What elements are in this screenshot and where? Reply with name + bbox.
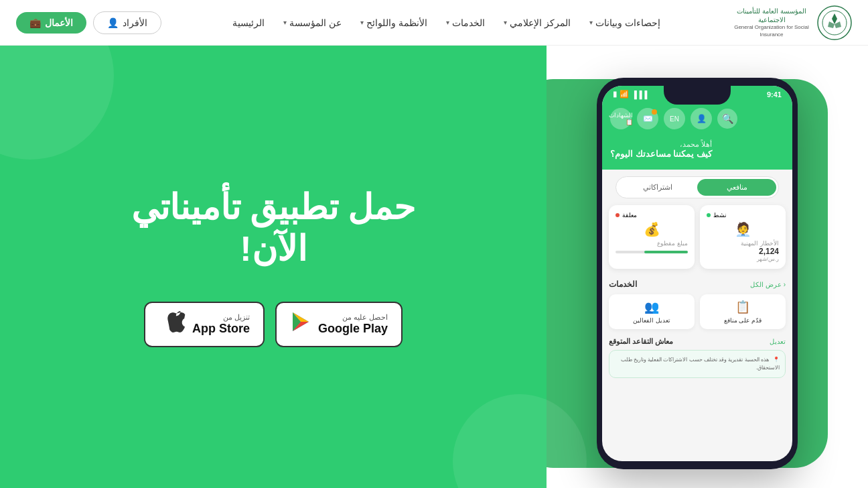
retirement-edit[interactable]: تعديل — [770, 338, 786, 345]
welcome-main: كيف يمكننا مساعدتك اليوم؟ — [610, 149, 712, 159]
phone-services: ‹ عرض الكل الخدمات 📋 قدّم على منافع 👥 تع… — [602, 276, 792, 333]
phone-cards: نشط 🧑‍💼 الأخطار المهنية 2,124 ر.س/شهر مع… — [602, 198, 792, 276]
service-faalen[interactable]: 👥 تعديل الفعالين — [609, 294, 695, 329]
progress-fill — [644, 251, 688, 253]
logo-icon — [817, 5, 852, 40]
services-title: الخدمات — [609, 280, 637, 289]
app-store-button[interactable]: تنزيل من App Store — [144, 302, 265, 347]
logo-arabic-text: المؤسسة العامة للتأمينات الاجتماعية — [731, 7, 812, 24]
progress-bar — [616, 251, 688, 253]
services-link[interactable]: ‹ عرض الكل — [750, 281, 786, 288]
phone-mockup: 9:41 ▐▐▐ 📶 ▮ 🔍 👤 EN ✉️ الشهادات 📋 — [597, 78, 798, 469]
app-store-text: تنزيل من App Store — [192, 313, 250, 336]
card-mablagh: معلقة 💰 مبلغ مقطوع — [609, 205, 695, 269]
card-akhtar: نشط 🧑‍💼 الأخطار المهنية 2,124 ر.س/شهر — [700, 205, 786, 269]
google-play-text: احصل عليه من Google Play — [318, 313, 388, 336]
nav-item-ihsaat[interactable]: إحصاءات وبيانات ▾ — [581, 12, 668, 34]
phone-notch — [664, 86, 731, 105]
chevron-down-icon: ▾ — [589, 19, 593, 26]
retirement-header: تعديل معاش التقاعد المتوقع — [609, 337, 786, 346]
card1-status: نشط — [707, 212, 779, 219]
battery-icon: ▮ — [613, 90, 617, 99]
hero-cta: حمل تطبيق تأميناتي الآن! احصل عليه من Go… — [0, 46, 547, 488]
nav-item-khadamat[interactable]: الخدمات ▾ — [438, 12, 493, 34]
person-icon: 👤 — [107, 17, 119, 28]
card1-icon: 🧑‍💼 — [707, 221, 779, 237]
nav-item-home[interactable]: الرئيسية — [224, 12, 273, 34]
active-dot — [707, 213, 711, 217]
services-grid: 📋 قدّم على منافع 👥 تعديل الفعالين — [609, 294, 786, 329]
service-manafei[interactable]: 📋 قدّم على منافع — [700, 294, 786, 329]
nav-item-markazz[interactable]: المركز الإعلامي ▾ — [496, 12, 579, 34]
service2-label: تعديل الفعالين — [614, 317, 689, 324]
phone-cert-icon[interactable]: الشهادات 📋 — [610, 108, 632, 129]
app-store-name: App Store — [192, 322, 250, 336]
service1-label: قدّم على منافع — [705, 317, 780, 324]
card1-unit: ر.س/شهر — [707, 256, 779, 262]
phone-welcome: أهلاً محمد، كيف يمكننا مساعدتك اليوم؟ — [602, 135, 792, 170]
nav-item-anizma[interactable]: الأنظمة واللوائح ▾ — [352, 12, 435, 34]
chevron-down-icon: ▾ — [283, 19, 287, 26]
phone-mail-icon[interactable]: ✉️ — [637, 108, 658, 129]
phone-retirement: تعديل معاش التقاعد المتوقع 📍 هذه الحسبة … — [602, 333, 792, 382]
phone-area: 9:41 ▐▐▐ 📶 ▮ 🔍 👤 EN ✉️ الشهادات 📋 — [547, 46, 868, 488]
tab-manafei[interactable]: منافعي — [697, 179, 776, 196]
chevron-down-icon: ▾ — [446, 19, 449, 26]
status-icons: ▐▐▐ 📶 ▮ — [613, 90, 647, 99]
service1-icon: 📋 — [705, 300, 780, 314]
phone-top-nav: 🔍 👤 EN ✉️ الشهادات 📋 — [602, 103, 792, 135]
hero-section: 9:41 ▐▐▐ 📶 ▮ 🔍 👤 EN ✉️ الشهادات 📋 — [0, 46, 868, 488]
briefcase-icon: 💼 — [29, 17, 41, 28]
phone-profile-icon[interactable]: 👤 — [691, 108, 712, 129]
header-actions: الأفراد 👤 الأعمال 💼 — [16, 11, 161, 34]
apple-icon — [167, 311, 186, 338]
card1-value: 2,124 — [707, 247, 779, 256]
main-nav: إحصاءات وبيانات ▾ المركز الإعلامي ▾ الخد… — [224, 12, 668, 34]
card1-label: الأخطار المهنية — [707, 240, 779, 247]
services-header: ‹ عرض الكل الخدمات — [609, 280, 786, 289]
store-buttons: احصل عليه من Google Play تنزيل من App — [144, 302, 403, 347]
phone-tabs: منافعي اشتراكاتي — [616, 176, 779, 198]
phone-lang-icon[interactable]: EN — [664, 108, 685, 129]
logo-area: المؤسسة العامة للتأمينات الاجتماعية Gene… — [731, 5, 852, 40]
phone-screen: 9:41 ▐▐▐ 📶 ▮ 🔍 👤 EN ✉️ الشهادات 📋 — [602, 86, 792, 461]
chevron-down-icon: ▾ — [504, 19, 507, 26]
welcome-sub: أهلاً محمد، — [610, 140, 712, 149]
chevron-down-icon: ▾ — [360, 19, 364, 26]
app-store-sub: تنزيل من — [192, 313, 250, 322]
card2-status: معلقة — [616, 212, 688, 219]
card2-icon: 💰 — [616, 221, 688, 237]
location-icon: 📍 — [773, 356, 780, 364]
wifi-icon: 📶 — [620, 90, 629, 99]
google-play-name: Google Play — [318, 322, 388, 336]
google-play-button[interactable]: احصل عليه من Google Play — [275, 302, 403, 347]
nav-item-an[interactable]: عن المؤسسة ▾ — [275, 12, 350, 34]
status-time: 9:41 — [767, 90, 782, 99]
card2-label: مبلغ مقطوع — [616, 240, 688, 247]
cta-title: حمل تطبيق تأميناتي الآن! — [131, 186, 416, 270]
signal-icon: ▐▐▐ — [632, 90, 647, 99]
logo-english-text: General Organization for Social Insuranc… — [731, 24, 812, 38]
google-play-icon — [290, 311, 311, 338]
inactive-dot — [616, 213, 620, 217]
retirement-box: 📍 هذه الحسبة تقديرية وقد تختلف حسب الاشت… — [609, 350, 786, 378]
phone-search-icon[interactable]: 🔍 — [717, 109, 737, 129]
amal-button[interactable]: الأعمال 💼 — [16, 12, 86, 34]
retirement-title: معاش التقاعد المتوقع — [609, 337, 673, 346]
tab-ishtirakat[interactable]: اشتراكاتي — [618, 179, 697, 196]
header: المؤسسة العامة للتأمينات الاجتماعية Gene… — [0, 0, 868, 46]
service2-icon: 👥 — [614, 300, 689, 314]
google-play-sub: احصل عليه من — [318, 313, 388, 322]
afrad-button[interactable]: الأفراد 👤 — [93, 11, 161, 34]
retirement-text: 📍 هذه الحسبة تقديرية وقد تختلف حسب الاشت… — [615, 356, 780, 372]
